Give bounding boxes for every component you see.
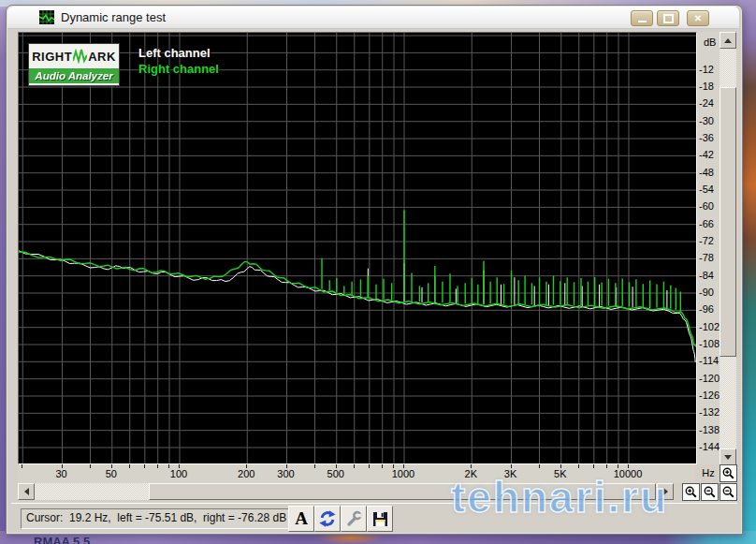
db-axis-label: -66: [699, 218, 714, 229]
frequency-axis: 305010020030050010002K3K5K10000: [18, 464, 695, 483]
freq-axis-label: 50: [93, 468, 130, 479]
db-axis-label: -78: [699, 252, 714, 263]
maximize-button[interactable]: [657, 10, 679, 26]
freq-tick-mark: [157, 464, 158, 468]
db-axis-label: -114: [699, 355, 719, 366]
magnifier-minus-icon: [703, 485, 717, 499]
zoom-out-vertical-button[interactable]: [720, 483, 737, 501]
magnifier-minus-icon: [721, 485, 735, 499]
rightmark-logo: RIGHT ARK Audio Analyzer: [28, 43, 120, 86]
settings-button[interactable]: [341, 506, 367, 532]
db-unit-label: dB: [704, 37, 716, 48]
wrench-icon: [345, 510, 362, 527]
refresh-button[interactable]: [314, 506, 341, 532]
hz-unit-label: Hz: [697, 467, 720, 478]
minimize-icon: [638, 21, 647, 22]
rmaa-window: Dynamic range test ✕ RIGHT ARK Audio Ana…: [6, 5, 743, 535]
freq-tick-mark: [90, 464, 91, 468]
db-axis-label: -42: [699, 149, 714, 160]
app-icon: [39, 10, 54, 24]
minimize-button[interactable]: [631, 10, 653, 26]
freq-axis-label: 100: [160, 468, 197, 479]
floppy-disk-icon: [372, 511, 388, 527]
logo-waveform-icon: [73, 49, 87, 64]
db-axis: dB -12-18-24-30-36-42-48-54-60-66-72-78-…: [697, 32, 720, 464]
db-axis-label: -48: [699, 167, 714, 178]
db-axis-label: -36: [699, 132, 714, 143]
scroll-down-button[interactable]: [720, 448, 736, 465]
freq-tick-mark: [22, 464, 22, 468]
status-bar: Cursor: 19.2 Hz, left = -75.51 dB, right…: [11, 503, 737, 533]
magnifier-plus-icon: [684, 485, 698, 499]
logo-word-ark: ARK: [88, 50, 116, 64]
freq-axis-label: 3K: [492, 468, 530, 479]
scroll-up-button[interactable]: [720, 32, 736, 49]
db-axis-label: -54: [699, 184, 714, 195]
freq-axis-label: 5K: [542, 468, 579, 479]
spectrum-plot[interactable]: RIGHT ARK Audio Analyzer Left channel Ri…: [18, 32, 697, 464]
scroll-right-button[interactable]: [657, 483, 674, 500]
freq-axis-label: 300: [268, 468, 305, 479]
freq-axis-label: 2K: [452, 468, 489, 479]
legend-left-channel: Left channel: [138, 46, 211, 60]
db-axis-label: -18: [699, 81, 714, 92]
zoom-out-horizontal-button[interactable]: [701, 483, 719, 501]
freq-tick-mark: [382, 464, 383, 468]
db-axis-label: -30: [699, 115, 714, 126]
zoom-in-vertical-button[interactable]: [720, 464, 737, 482]
vertical-scrollbar[interactable]: [720, 32, 736, 464]
vertical-scroll-thumb[interactable]: [720, 87, 736, 357]
arrow-down-icon: [724, 455, 732, 460]
arrow-left-icon: [24, 488, 29, 495]
refresh-icon: [319, 510, 336, 527]
db-axis-label: -12: [699, 64, 714, 75]
db-axis-label: -102: [699, 321, 720, 332]
arrow-right-icon: [663, 488, 668, 495]
freq-tick-mark: [314, 464, 315, 468]
cursor-readout: Cursor: 19.2 Hz, left = -75.51 dB, right…: [21, 508, 291, 529]
font-button[interactable]: A: [288, 506, 314, 532]
freq-axis-label: 30: [43, 468, 80, 479]
db-axis-label: -144: [699, 441, 720, 452]
freq-tick-mark: [369, 464, 370, 468]
freq-tick-mark: [606, 464, 607, 468]
db-axis-label: -126: [699, 390, 720, 401]
logo-word-right: RIGHT: [32, 50, 72, 64]
freq-tick-mark: [539, 464, 540, 468]
rmaa-version-text: RMAA 5.5: [34, 535, 90, 544]
zoom-in-horizontal-button[interactable]: [682, 483, 700, 501]
db-axis-label: -60: [699, 200, 714, 212]
freq-axis-label: 1000: [385, 468, 422, 479]
horizontal-scrollbar[interactable]: [18, 483, 673, 500]
window-title: Dynamic range test: [61, 10, 166, 24]
db-axis-label: -72: [699, 235, 714, 246]
freq-axis-label: 200: [227, 468, 265, 479]
legend-right-channel: Right channel: [138, 62, 219, 76]
db-axis-label: -132: [699, 406, 720, 418]
freq-tick-mark: [144, 464, 145, 468]
db-axis-label: -96: [699, 303, 714, 315]
db-axis-label: -108: [699, 338, 720, 349]
freq-tick-mark: [593, 464, 594, 468]
spectrum-canvas: [19, 33, 696, 463]
save-button[interactable]: [367, 506, 393, 532]
arrow-up-icon: [724, 38, 732, 43]
freq-axis-label: 500: [317, 468, 355, 479]
db-axis-label: -90: [699, 287, 714, 298]
scroll-left-button[interactable]: [18, 483, 35, 500]
db-axis-label: -138: [699, 424, 720, 435]
db-axis-label: -120: [699, 373, 720, 384]
db-axis-label: -24: [699, 97, 714, 109]
magnifier-plus-icon: [721, 466, 735, 480]
freq-axis-label: 10000: [609, 468, 647, 479]
title-bar[interactable]: Dynamic range test ✕: [7, 7, 739, 29]
horizontal-scroll-thumb[interactable]: [149, 483, 656, 500]
logo-tagline: Audio Analyzer: [35, 70, 112, 81]
close-button[interactable]: ✕: [687, 10, 709, 26]
maximize-icon: [663, 14, 674, 23]
db-axis-label: -84: [699, 270, 714, 281]
